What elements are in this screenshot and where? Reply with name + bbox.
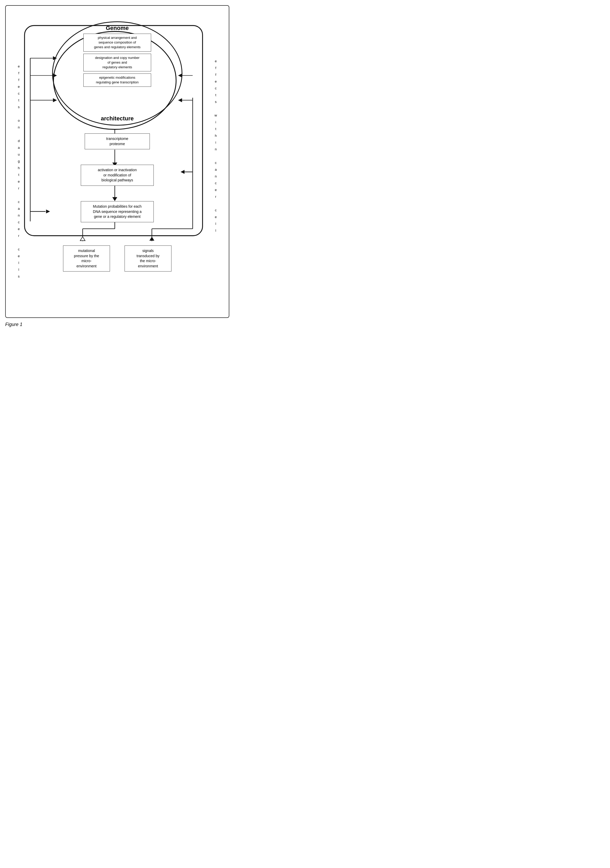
left-side-text: effects on daughter cancer cells: [15, 63, 22, 280]
genome-box-epigenetic: epigenetic modificationsregulating gene …: [84, 73, 151, 87]
svg-marker-16: [181, 170, 184, 174]
svg-marker-29: [53, 98, 57, 102]
mutation-box: Mutation probabilities for eachDNA seque…: [81, 201, 154, 222]
svg-marker-7: [112, 197, 117, 201]
genome-title: Genome: [106, 25, 129, 31]
mutational-box: mutationalpressure by themicro-environme…: [63, 245, 110, 271]
figure-label: Figure 1: [5, 322, 229, 327]
svg-marker-20: [178, 98, 182, 102]
genome-boxes: physical arrangement andsequence composi…: [81, 34, 154, 87]
right-side-text: effects within cancer cell: [213, 58, 219, 234]
svg-marker-23: [46, 209, 50, 214]
architecture-label: architecture: [91, 115, 143, 122]
outer-frame: Genome physical arrangement andsequence …: [5, 5, 229, 318]
svg-marker-30: [149, 237, 154, 240]
genome-box-physical: physical arrangement andsequence composi…: [84, 34, 151, 51]
transcriptome-box: transcriptomeproteome: [85, 133, 150, 149]
signals-box: signalstransduced bythe micro-environmen…: [125, 245, 172, 271]
activation-box: activation or inactivationor modificatio…: [81, 165, 154, 186]
genome-ellipse: Genome physical arrangement andsequence …: [52, 22, 183, 126]
diagram-container: Genome physical arrangement andsequence …: [11, 11, 224, 311]
svg-marker-11: [80, 237, 85, 240]
genome-box-designation: designation and copy numberof genes andr…: [84, 54, 151, 72]
